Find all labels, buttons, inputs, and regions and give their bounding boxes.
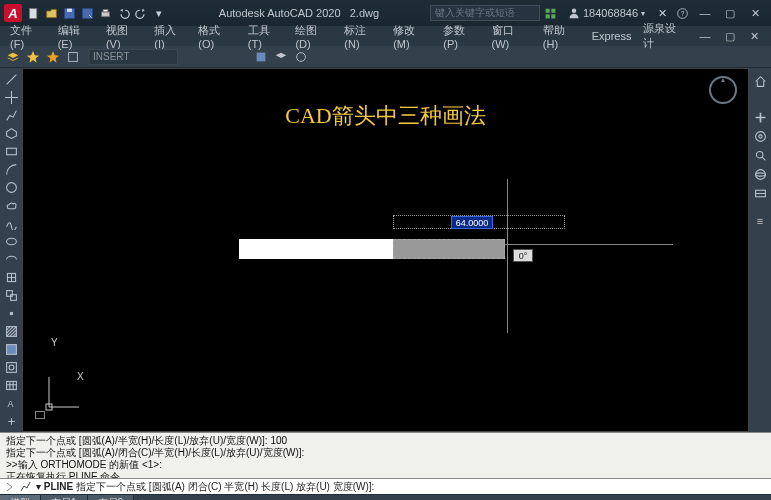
svg-point-21 <box>10 312 12 314</box>
star1-icon[interactable] <box>24 48 42 66</box>
pline-icon[interactable] <box>1 106 21 124</box>
window-controls: — ▢ ✕ <box>693 5 767 21</box>
svg-rect-4 <box>101 11 109 16</box>
svg-rect-24 <box>6 362 16 372</box>
svg-rect-2 <box>67 8 72 11</box>
table-icon[interactable] <box>1 376 21 394</box>
layout-tabs: 模型 布局1 布局2 + <box>0 494 771 500</box>
menu-view[interactable]: 视图(V) <box>100 21 148 52</box>
guide-vline <box>507 179 508 333</box>
svg-point-16 <box>6 182 16 192</box>
doc-close-button[interactable]: ✕ <box>743 28 767 44</box>
navbar: ≡ <box>749 68 771 432</box>
tab-layout2[interactable]: 布局2 <box>88 495 135 501</box>
addselected-icon[interactable] <box>1 412 21 430</box>
tab-add-button[interactable]: + <box>134 495 150 500</box>
quick-access-toolbar: ▾ <box>24 4 168 22</box>
svg-rect-5 <box>103 9 108 11</box>
command-history[interactable]: 指定下一个点或 [圆弧(A)/半宽(H)/长度(L)/放弃(U)/宽度(W)]:… <box>0 432 771 478</box>
insert-name-input[interactable]: INSERT <box>88 49 178 65</box>
nav-orbit-icon[interactable] <box>750 165 770 183</box>
tab-model[interactable]: 模型 <box>0 495 41 501</box>
menu-help[interactable]: 帮助(H) <box>537 21 586 52</box>
command-line[interactable]: ▾ PLINE 指定下一个点或 [圆弧(A) 闭合(C) 半宽(H) 长度(L)… <box>0 478 771 494</box>
menu-format[interactable]: 格式(O) <box>192 21 241 52</box>
layer-icon[interactable] <box>4 48 22 66</box>
point-icon[interactable] <box>1 304 21 322</box>
circle-icon[interactable] <box>1 178 21 196</box>
hatch-icon[interactable] <box>1 322 21 340</box>
maximize-button[interactable]: ▢ <box>718 5 742 21</box>
nav-home-icon[interactable] <box>750 72 770 90</box>
guide-hline <box>505 244 673 245</box>
xline-icon[interactable] <box>1 88 21 106</box>
nav-showmotion-icon[interactable] <box>750 184 770 202</box>
dynamic-input-distance[interactable]: 64.0000 <box>451 216 493 229</box>
tb-layer3-icon[interactable] <box>292 48 310 66</box>
menu-dimension[interactable]: 标注(N) <box>338 21 387 52</box>
gradient-icon[interactable] <box>1 340 21 358</box>
nav-expand-icon[interactable]: ≡ <box>750 212 770 230</box>
tb-layer1-icon[interactable] <box>252 48 270 66</box>
svg-point-37 <box>755 172 765 175</box>
drawn-rect-gray <box>393 239 505 259</box>
cmd-pline-icon <box>20 481 32 493</box>
new-icon[interactable] <box>24 4 42 22</box>
insert-block-icon[interactable] <box>1 268 21 286</box>
doc-minimize-button[interactable]: — <box>693 28 717 44</box>
make-block-icon[interactable] <box>1 286 21 304</box>
nav-zoom-icon[interactable] <box>750 146 770 164</box>
drawn-rect-white <box>239 239 393 259</box>
rectangle-icon[interactable] <box>1 142 21 160</box>
ellipse-icon[interactable] <box>1 232 21 250</box>
polygon-icon[interactable] <box>1 124 21 142</box>
save-icon[interactable] <box>60 4 78 22</box>
menu-bar: 文件(F) 编辑(E) 视图(V) 插入(I) 格式(O) 工具(T) 绘图(D… <box>0 26 771 46</box>
arc-icon[interactable] <box>1 160 21 178</box>
svg-rect-15 <box>6 148 16 155</box>
menu-insert[interactable]: 插入(I) <box>148 21 192 52</box>
ellipse-arc-icon[interactable] <box>1 250 21 268</box>
saveas-icon[interactable] <box>78 4 96 22</box>
drawing-canvas[interactable]: CAD箭头中三种画法 64.0000 0° Y X <box>22 68 749 432</box>
svg-rect-26 <box>6 381 16 389</box>
plot-icon[interactable] <box>96 4 114 22</box>
close-button[interactable]: ✕ <box>743 5 767 21</box>
menu-modify[interactable]: 修改(M) <box>387 21 437 52</box>
open-icon[interactable] <box>42 4 60 22</box>
doc-maximize-button[interactable]: ▢ <box>718 28 742 44</box>
svg-point-25 <box>9 365 14 370</box>
qat-dropdown-icon[interactable]: ▾ <box>150 4 168 22</box>
ucs-icon: Y X <box>43 373 83 415</box>
menu-window[interactable]: 窗口(W) <box>486 21 537 52</box>
redo-icon[interactable] <box>132 4 150 22</box>
viewport-rect-icon <box>35 411 45 419</box>
svg-point-11 <box>297 52 306 61</box>
nav-wheel-icon[interactable] <box>750 127 770 145</box>
block-icon[interactable] <box>64 48 82 66</box>
menu-yuanquan[interactable]: 源泉设计 <box>637 19 693 53</box>
undo-icon[interactable] <box>114 4 132 22</box>
tab-layout1[interactable]: 布局1 <box>41 495 88 501</box>
minimize-button[interactable]: — <box>693 5 717 21</box>
search-input[interactable]: 键入关键字或短语 <box>430 5 540 21</box>
cmd-chevron-icon <box>4 481 16 493</box>
viewcube[interactable] <box>708 75 738 125</box>
svg-point-36 <box>755 169 765 179</box>
svg-rect-10 <box>257 52 266 61</box>
user-account[interactable]: 184068846 ▾ <box>568 7 645 19</box>
menu-express[interactable]: Express <box>586 28 638 44</box>
nav-pan-icon[interactable] <box>750 108 770 126</box>
region-icon[interactable] <box>1 358 21 376</box>
svg-rect-20 <box>10 294 16 300</box>
line-icon[interactable] <box>1 70 21 88</box>
spline-icon[interactable] <box>1 214 21 232</box>
revcloud-icon[interactable] <box>1 196 21 214</box>
mtext-icon[interactable]: A <box>1 394 21 412</box>
menu-parametric[interactable]: 参数(P) <box>437 21 485 52</box>
svg-text:?: ? <box>680 9 684 16</box>
app-logo[interactable]: A <box>4 4 22 22</box>
star2-icon[interactable] <box>44 48 62 66</box>
tb-layer2-icon[interactable] <box>272 48 290 66</box>
infocenter-icon[interactable] <box>542 4 560 22</box>
